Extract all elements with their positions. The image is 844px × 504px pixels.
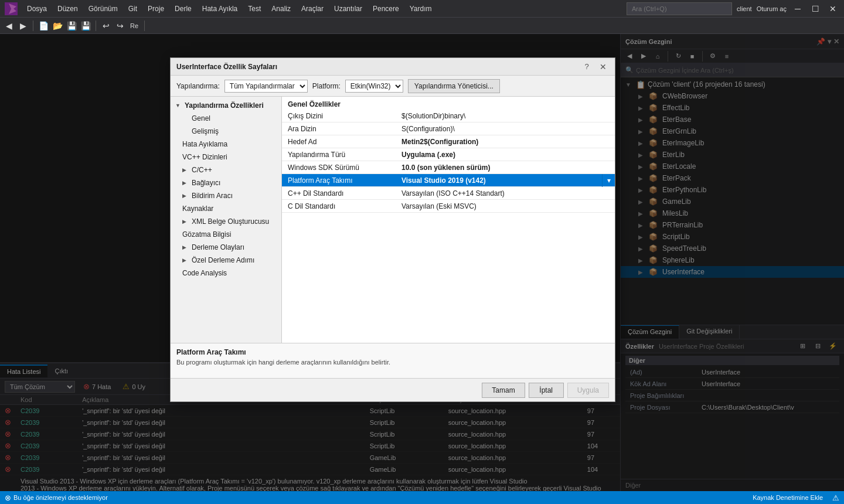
modal-tree-ozel[interactable]: ▶ Özel Derleme Adımı [171,254,281,267]
modal-prop-platform-value: Visual Studio 2019 (v142) [399,176,602,185]
modal-prop-cikis-name: Çıkış Dizini [282,112,399,120]
modal-close-btn[interactable]: ✕ [597,61,609,73]
menu-yardim[interactable]: Yardım [405,2,437,15]
modal-prop-cpp-std-name: C++ Dil Standardı [282,189,399,197]
modal-cancel-btn[interactable]: İptal [529,383,564,398]
toolbar-redo-label: Re [128,22,141,29]
window-maximize-btn[interactable]: ☐ [809,2,822,15]
modal-tree: ▼ Yapılandırma Özellikleri Genel Gelişmi… [171,97,282,343]
toolbar-open[interactable]: 📂 [51,19,64,32]
xml-expander: ▶ [182,219,189,224]
modal-prop-hedef-name: Hedef Ad [282,138,399,146]
toolbar-sep1 [33,21,33,31]
menu-git[interactable]: Git [124,2,142,15]
modal-section-label: Yapılandırma Özellikleri [185,101,264,110]
modal-prop-cpp-std[interactable]: C++ Dil Standardı Varsayılan (ISO C++14 … [282,187,615,200]
bildirim-expander: ▶ [182,193,189,199]
modal-desc-title: Platform Araç Takımı [176,348,609,356]
modal-tree-kaynaklar[interactable]: Kaynaklar [171,202,281,215]
menu-hata[interactable]: Hata Ayıkla [198,2,242,15]
window-minimize-btn[interactable]: ─ [791,2,804,15]
modal-tree-ozel-label: Özel Derleme Adımı [192,256,254,264]
app-logo [5,2,18,15]
menu-dosya[interactable]: Dosya [22,2,52,15]
menu-uzantilar[interactable]: Uzantılar [329,2,367,15]
toolbar-new[interactable]: 📄 [37,19,50,32]
modal-prop-winsdk[interactable]: Windows SDK Sürümü 10.0 (son yüklenen sü… [282,161,615,174]
modal-tree-baglayici-label: Bağlayıcı [192,179,220,187]
modal-tree-derleme[interactable]: ▶ Derleme Olayları [171,241,281,254]
modal-tree-gozatma[interactable]: Gözatma Bilgisi [171,228,281,241]
modal-tree-baglayici[interactable]: ▶ Bağlayıcı [171,176,281,189]
modal-tree-gelismis-label: Gelişmiş [192,127,219,135]
modal-tree-hata[interactable]: Hata Ayıklama [171,138,281,151]
toolbar-undo[interactable]: ↩ [100,19,113,32]
modal-tree-genel-label: Genel [192,114,210,122]
section-expander: ▼ [175,103,182,108]
menu-analiz[interactable]: Analiz [267,2,295,15]
modal-props-section: Genel Özellikler [282,97,615,110]
baglayici-expander: ▶ [182,180,189,186]
modal-platform-select[interactable]: Etkin(Win32) [345,80,403,93]
menu-test[interactable]: Test [243,2,266,15]
menu-derle[interactable]: Derle [170,2,196,15]
toolbar-save[interactable]: 💾 [65,19,78,32]
main-toolbar: ◀ ▶ 📄 📂 💾 💾 ↩ ↪ Re [0,18,844,34]
status-source-control[interactable]: Kaynak Denetimine Ekle [753,494,823,501]
modal-tree-vc[interactable]: VC++ Dizinleri [171,151,281,164]
modal-prop-c-std-name: C Dil Standardı [282,202,399,210]
modal-tree-vc-label: VC++ Dizinleri [182,153,227,161]
menu-pencere[interactable]: Pencere [368,2,404,15]
cpp-expander: ▶ [182,167,189,173]
modal-help-btn[interactable]: ? [581,61,593,73]
modal-prop-ara[interactable]: Ara Dizin S(Configuration)\ [282,122,615,135]
modal-tree-genel[interactable]: Genel [171,112,281,125]
modal-tree-cpp[interactable]: ▶ C/C++ [171,164,281,176]
modal-prop-hedef[interactable]: Hedef Ad Metin2$(Configuration) [282,135,615,148]
modal-prop-platform-row[interactable]: Platform Araç Takımı Visual Studio 2019 … [282,174,615,187]
toolbar-forward[interactable]: ▶ [16,19,29,32]
modal-config-label: Yapılandırma: [176,82,220,90]
menu-proje[interactable]: Proje [143,2,169,15]
menu-bar: Dosya Düzen Görünüm Git Proje Derle Hata… [0,0,844,18]
toolbar-redo[interactable]: ↪ [114,19,127,32]
modal-tree-bildirim[interactable]: ▶ Bildirim Aracı [171,189,281,202]
modal-config-select[interactable]: Tüm Yapılandırmalar [224,80,308,93]
modal-prop-platform-dropdown[interactable]: ▾ [602,174,615,187]
menu-araclar[interactable]: Araçlar [297,2,328,15]
modal-prop-hedef-value: Metin2$(Configuration) [399,138,615,146]
modal-prop-yap-turu[interactable]: Yapılandırma Türü Uygulama (.exe) [282,148,615,161]
modal-prop-c-std-value: Varsayılan (Eski MSVC) [399,202,615,210]
derleme-expander: ▶ [182,244,189,250]
toolbar-saveall[interactable]: 💾 [79,19,92,32]
menu-gorunum[interactable]: Görünüm [84,2,122,15]
user-login[interactable]: Oturum aç [757,5,787,12]
modal-prop-cikis-value: $(SolutionDir)binary\ [399,112,615,120]
status-left: ⊗ Bu öğe önizlemeyi desteklemiyor [5,493,108,502]
modal-apply-btn: Uygula [567,383,609,398]
global-search-input[interactable] [627,2,732,15]
modal-tree-codeanalysis[interactable]: Code Analysis [171,267,281,280]
modal-tree-xml[interactable]: ▶ XML Belge Oluşturucusu [171,215,281,228]
modal-platform-label: Platform: [312,82,341,90]
modal-tree-derleme-label: Derleme Olayları [192,243,244,251]
modal-prop-c-std[interactable]: C Dil Standardı Varsayılan (Eski MSVC) [282,200,615,213]
modal-prop-cikis[interactable]: Çıkış Dizini $(SolutionDir)binary\ [282,110,615,122]
status-warning-icon: ⚠ [832,493,839,502]
property-pages-modal: UserInterface Özellik Sayfaları ? ✕ Yapı… [170,57,615,402]
ozel-expander: ▶ [182,257,189,263]
status-error-icon: ⊗ [5,493,11,502]
menu-right: client Oturum aç ─ ☐ ✕ [627,2,839,15]
modal-title: UserInterface Özellik Sayfaları [176,63,576,71]
modal-manager-btn[interactable]: Yapılandırma Yöneticisi... [408,79,500,93]
modal-prop-ara-value: S(Configuration)\ [399,125,615,133]
toolbar-back[interactable]: ◀ [2,19,15,32]
modal-ok-btn[interactable]: Tamam [482,383,525,398]
window-close-btn[interactable]: ✕ [826,2,839,15]
toolbar-sep3 [144,21,145,31]
modal-desc: Platform Araç Takımı Bu programı oluştur… [171,343,615,378]
menu-duzen[interactable]: Düzen [53,2,83,15]
modal-tree-gelismis[interactable]: Gelişmiş [171,125,281,138]
modal-tree-cpp-label: C/C++ [192,166,212,174]
client-label: client [737,5,752,12]
